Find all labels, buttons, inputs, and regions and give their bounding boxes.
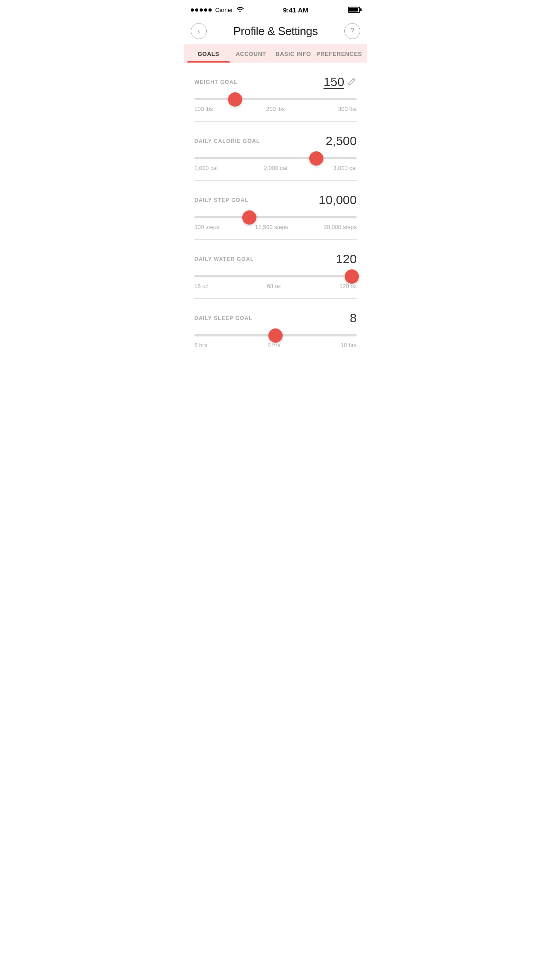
weight-goal-label: WEIGHT GOAL bbox=[194, 79, 237, 85]
step-goal-slider[interactable] bbox=[194, 216, 357, 218]
sleep-slider-track bbox=[194, 334, 357, 336]
signal-dot-3 bbox=[200, 8, 203, 12]
water-slider-labels: 16 oz 68 oz 120 oz bbox=[194, 283, 357, 289]
weight-goal-value-container: 150 bbox=[323, 75, 357, 89]
weight-goal-header: WEIGHT GOAL 150 bbox=[194, 75, 357, 89]
sleep-goal-slider[interactable] bbox=[194, 334, 357, 336]
weight-slider-thumb[interactable] bbox=[228, 92, 242, 107]
goals-content: WEIGHT GOAL 150 100 lbs 200 lbs 300 lbs bbox=[184, 63, 367, 357]
sleep-goal-section: DAILY SLEEP GOAL 8 6 hrs 8 hrs 10 hrs bbox=[194, 299, 357, 357]
back-icon: ‹ bbox=[197, 27, 200, 35]
step-label-min: 300 steps bbox=[194, 224, 219, 230]
tab-account[interactable]: ACCOUNT bbox=[230, 44, 272, 63]
step-slider-labels: 300 steps 11,500 steps 20,000 steps bbox=[194, 224, 357, 230]
sleep-label-mid: 8 hrs bbox=[268, 342, 280, 348]
weight-slider-labels: 100 lbs 200 lbs 300 lbs bbox=[194, 106, 357, 112]
water-label-min: 16 oz bbox=[194, 283, 209, 289]
signal-dot-5 bbox=[209, 8, 212, 12]
water-label-max: 120 oz bbox=[339, 283, 357, 289]
sleep-label-max: 10 hrs bbox=[341, 342, 357, 348]
step-goal-header: DAILY STEP GOAL 10,000 bbox=[194, 193, 357, 207]
calorie-slider-thumb[interactable] bbox=[309, 151, 323, 166]
battery-icon bbox=[348, 7, 360, 13]
water-goal-slider[interactable] bbox=[194, 275, 357, 277]
calorie-label-max: 3,000 cal bbox=[333, 165, 357, 171]
weight-label-mid: 200 lbs bbox=[266, 106, 285, 112]
water-goal-header: DAILY WATER GOAL 120 bbox=[194, 252, 357, 266]
help-icon: ? bbox=[350, 27, 354, 35]
signal-dot-2 bbox=[195, 8, 198, 12]
tab-basic-info[interactable]: BASIC INFO bbox=[272, 44, 315, 63]
weight-label-max: 300 lbs bbox=[338, 106, 357, 112]
tab-goals-label: GOALS bbox=[197, 51, 219, 57]
signal-dot-4 bbox=[204, 8, 207, 12]
sleep-goal-header: DAILY SLEEP GOAL 8 bbox=[194, 311, 357, 325]
water-goal-label: DAILY WATER GOAL bbox=[194, 256, 254, 262]
calorie-goal-value: 2,500 bbox=[326, 134, 357, 148]
calorie-label-mid: 2,000 cal bbox=[264, 165, 287, 171]
calorie-goal-section: DAILY CALORIE GOAL 2,500 1,000 cal 2,000… bbox=[194, 122, 357, 181]
water-goal-value: 120 bbox=[336, 252, 357, 266]
edit-icon[interactable] bbox=[348, 77, 357, 88]
step-goal-label: DAILY STEP GOAL bbox=[194, 197, 248, 203]
carrier-label: Carrier bbox=[215, 7, 233, 13]
step-goal-section: DAILY STEP GOAL 10,000 300 steps 11,500 … bbox=[194, 181, 357, 240]
calorie-label-min: 1,000 cal bbox=[194, 165, 218, 171]
tab-account-label: ACCOUNT bbox=[236, 51, 266, 57]
tab-preferences-label: PREFERENCES bbox=[316, 51, 362, 57]
tab-basic-info-label: BASIC INFO bbox=[276, 51, 311, 57]
weight-slider-track bbox=[194, 98, 357, 100]
step-label-mid: 11,500 steps bbox=[255, 224, 288, 230]
status-bar: Carrier 9:41 AM bbox=[184, 0, 367, 20]
page-title: Profile & Settings bbox=[233, 24, 318, 38]
battery-fill bbox=[349, 8, 358, 12]
calorie-slider-track bbox=[194, 157, 357, 159]
tab-preferences[interactable]: PREFERENCES bbox=[315, 44, 364, 63]
sleep-goal-value: 8 bbox=[350, 311, 357, 325]
calorie-slider-labels: 1,000 cal 2,000 cal 3,000 cal bbox=[194, 165, 357, 171]
status-right bbox=[348, 7, 360, 13]
weight-goal-slider[interactable] bbox=[194, 98, 357, 100]
signal-dot-1 bbox=[191, 8, 194, 12]
step-slider-thumb[interactable] bbox=[242, 210, 256, 225]
wifi-icon bbox=[236, 6, 244, 13]
sleep-goal-label: DAILY SLEEP GOAL bbox=[194, 315, 252, 321]
tabs-container: GOALS ACCOUNT BASIC INFO PREFERENCES bbox=[184, 44, 367, 63]
step-slider-track bbox=[194, 216, 357, 218]
weight-goal-section: WEIGHT GOAL 150 100 lbs 200 lbs 300 lbs bbox=[194, 63, 357, 122]
calorie-goal-label: DAILY CALORIE GOAL bbox=[194, 138, 260, 144]
water-slider-track bbox=[194, 275, 357, 277]
sleep-label-min: 6 hrs bbox=[194, 342, 207, 348]
calorie-goal-slider[interactable] bbox=[194, 157, 357, 159]
step-label-max: 20,000 steps bbox=[324, 224, 357, 230]
back-button[interactable]: ‹ bbox=[191, 23, 207, 39]
sleep-slider-thumb[interactable] bbox=[268, 328, 283, 343]
water-goal-section: DAILY WATER GOAL 120 16 oz 68 oz 120 oz bbox=[194, 240, 357, 299]
signal-dots bbox=[191, 8, 212, 12]
water-label-mid: 68 oz bbox=[267, 283, 281, 289]
weight-goal-value: 150 bbox=[323, 75, 344, 89]
calorie-goal-header: DAILY CALORIE GOAL 2,500 bbox=[194, 134, 357, 148]
help-button[interactable]: ? bbox=[344, 23, 360, 39]
weight-label-min: 100 lbs bbox=[194, 106, 213, 112]
step-goal-value: 10,000 bbox=[319, 193, 357, 207]
water-slider-thumb[interactable] bbox=[345, 269, 359, 284]
status-time: 9:41 AM bbox=[283, 6, 308, 14]
status-left: Carrier bbox=[191, 6, 244, 13]
nav-header: ‹ Profile & Settings ? bbox=[184, 20, 367, 44]
tab-goals[interactable]: GOALS bbox=[187, 44, 230, 63]
sleep-slider-labels: 6 hrs 8 hrs 10 hrs bbox=[194, 342, 357, 348]
